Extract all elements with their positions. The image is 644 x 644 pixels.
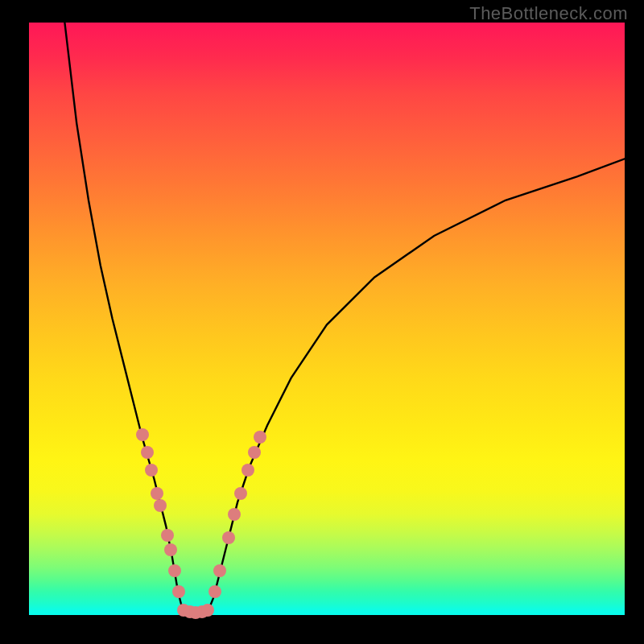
highlight-marker [242,464,254,477]
highlight-marker [136,428,149,441]
bottleneck-curve [29,23,625,615]
highlight-marker [201,604,214,617]
highlight-marker [151,487,163,500]
highlight-marker [161,529,174,542]
highlight-marker [254,431,266,444]
highlight-marker [208,585,221,598]
chart-root: TheBottleneck.com [0,0,644,644]
highlight-marker [145,464,158,477]
highlight-marker [141,446,154,459]
highlight-marker [168,564,181,577]
curve-left-branch [64,23,184,612]
highlight-marker [234,487,247,500]
highlight-marker [164,543,177,556]
highlight-marker [172,585,185,598]
plot-area [29,23,625,615]
highlight-marker [228,508,241,521]
highlight-marker [154,499,167,512]
highlight-marker [222,531,235,544]
highlight-marker [248,446,261,459]
curve-right-branch [208,159,625,612]
watermark-text: TheBottleneck.com [469,3,628,24]
highlight-marker [213,564,226,577]
